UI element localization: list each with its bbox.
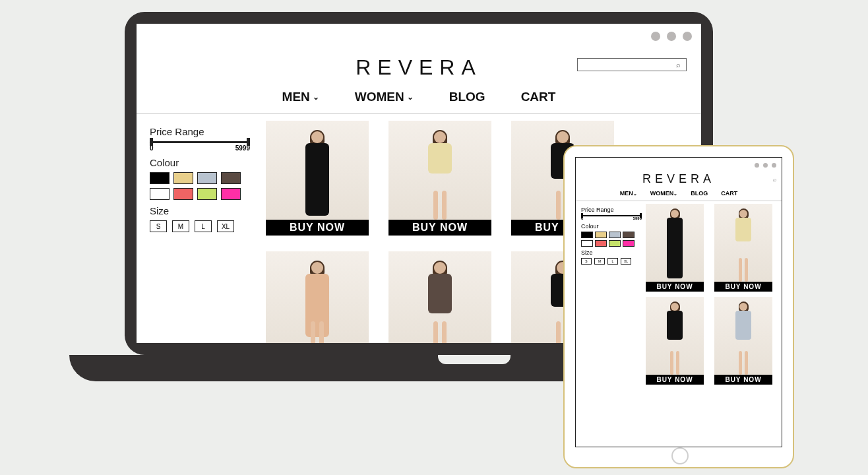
product-image — [266, 251, 369, 343]
size-option[interactable]: XL — [621, 258, 631, 265]
window-dot[interactable] — [667, 32, 676, 41]
brand-logo[interactable]: REVERA — [642, 172, 715, 186]
colour-swatch[interactable] — [221, 172, 241, 184]
nav-label: MEN — [620, 190, 633, 197]
product-image — [646, 297, 704, 375]
chevron-down-icon: ⌄ — [313, 92, 319, 102]
colour-swatch[interactable] — [581, 240, 593, 247]
size-option[interactable]: S — [581, 258, 592, 265]
filter-colour-label: Colour — [150, 157, 250, 168]
window-dot[interactable] — [651, 32, 660, 41]
colour-swatch[interactable] — [197, 172, 217, 184]
laptop-notch — [438, 355, 511, 364]
window-dot[interactable] — [755, 163, 759, 168]
nav-label: WOMEN — [650, 190, 674, 197]
size-option[interactable]: L — [195, 220, 212, 232]
colour-swatch[interactable] — [609, 240, 621, 247]
product-image — [266, 121, 369, 220]
nav-cart[interactable]: CART — [521, 90, 556, 104]
colour-swatch[interactable] — [595, 232, 607, 238]
price-slider[interactable] — [150, 141, 250, 143]
colour-swatch[interactable] — [173, 172, 193, 184]
nav-men[interactable]: MEN⌄ — [282, 90, 319, 104]
product-image — [714, 204, 772, 282]
product-image — [646, 204, 704, 282]
size-option[interactable]: XL — [217, 220, 234, 232]
primary-nav: MEN⌄ WOMEN⌄ BLOG CART — [576, 186, 782, 201]
product-card[interactable] — [388, 251, 491, 343]
colour-swatches — [581, 232, 642, 247]
size-option[interactable]: L — [607, 258, 618, 265]
product-card[interactable] — [266, 251, 369, 343]
colour-swatch[interactable] — [221, 188, 241, 200]
buy-now-button[interactable]: BUY NOW — [388, 220, 491, 236]
product-card[interactable]: BUY NOW — [714, 204, 772, 292]
product-image — [714, 297, 772, 375]
price-values: 0 5999 — [150, 144, 250, 152]
size-option[interactable]: M — [172, 220, 189, 232]
product-card[interactable]: BUY NOW — [646, 297, 704, 385]
slider-handle-max[interactable] — [247, 138, 250, 146]
search-icon: ⌕ — [676, 61, 681, 69]
filter-colour-label: Colour — [581, 223, 642, 230]
search-input[interactable]: ⌕ — [577, 58, 687, 71]
nav-men[interactable]: MEN⌄ — [620, 190, 637, 197]
search-icon[interactable]: ⌕ — [773, 176, 776, 183]
chevron-down-icon: ⌄ — [633, 191, 637, 196]
header: REVERA ⌕ — [576, 172, 782, 186]
filter-size-label: Size — [581, 249, 642, 256]
window-dot[interactable] — [683, 32, 692, 41]
buy-now-button[interactable]: BUY NOW — [714, 375, 772, 385]
buy-now-button[interactable]: BUY NOW — [714, 282, 772, 292]
colour-swatch[interactable] — [197, 188, 217, 200]
product-card[interactable]: BUY NOW — [388, 121, 491, 236]
colour-swatch[interactable] — [581, 232, 593, 238]
product-card[interactable]: BUY NOW — [646, 204, 704, 292]
filters-sidebar: Price Range 0 5999 Colour Size SMLXL — [150, 121, 262, 343]
chevron-down-icon: ⌄ — [673, 191, 677, 196]
buy-now-button[interactable]: BUY NOW — [646, 282, 704, 292]
colour-swatch[interactable] — [150, 172, 170, 184]
buy-now-button[interactable]: BUY NOW — [266, 220, 369, 236]
nav-cart[interactable]: CART — [721, 190, 737, 197]
browser-window-controls — [137, 24, 701, 49]
nav-women[interactable]: WOMEN⌄ — [355, 90, 414, 104]
slider-handle-min[interactable] — [581, 213, 583, 218]
tablet-browser: REVERA ⌕ MEN⌄ WOMEN⌄ BLOG CART Price Ran… — [575, 157, 782, 447]
slider-handle-min[interactable] — [150, 138, 153, 146]
window-dot[interactable] — [763, 163, 768, 168]
colour-swatch[interactable] — [623, 232, 635, 238]
nav-label: MEN — [282, 90, 310, 104]
product-image — [388, 121, 491, 220]
nav-blog[interactable]: BLOG — [449, 90, 485, 104]
primary-nav: MEN⌄ WOMEN⌄ BLOG CART — [137, 86, 701, 113]
filters-sidebar: Price Range 0 5999 Colour Size SMLXL — [581, 204, 642, 385]
filter-size-label: Size — [150, 205, 250, 216]
tablet-home-button[interactable] — [671, 447, 689, 464]
colour-swatches — [150, 172, 250, 200]
nav-women[interactable]: WOMEN⌄ — [650, 190, 678, 197]
content-area: Price Range 0 5999 Colour Size SMLXL BUY… — [576, 201, 782, 385]
size-option[interactable]: S — [150, 220, 167, 232]
nav-blog[interactable]: BLOG — [691, 190, 708, 197]
colour-swatch[interactable] — [623, 240, 635, 247]
product-card[interactable]: BUY NOW — [714, 297, 772, 385]
brand-logo[interactable]: REVERA — [356, 55, 482, 80]
price-slider[interactable] — [581, 215, 642, 216]
product-card[interactable]: BUY NOW — [266, 121, 369, 236]
colour-swatch[interactable] — [609, 232, 621, 238]
filter-price-label: Price Range — [581, 206, 642, 213]
nav-label: WOMEN — [355, 90, 404, 104]
colour-swatch[interactable] — [595, 240, 607, 247]
window-dot[interactable] — [772, 163, 776, 168]
colour-swatch[interactable] — [173, 188, 193, 200]
colour-swatch[interactable] — [150, 188, 170, 200]
tablet-mockup: REVERA ⌕ MEN⌄ WOMEN⌄ BLOG CART Price Ran… — [563, 145, 794, 468]
buy-now-button[interactable]: BUY NOW — [646, 375, 704, 385]
size-option[interactable]: M — [594, 258, 605, 265]
size-options: SMLXL — [581, 258, 642, 265]
header: REVERA ⌕ — [137, 49, 701, 86]
slider-handle-max[interactable] — [640, 213, 642, 218]
filter-price-label: Price Range — [150, 126, 250, 137]
product-image — [388, 251, 491, 343]
